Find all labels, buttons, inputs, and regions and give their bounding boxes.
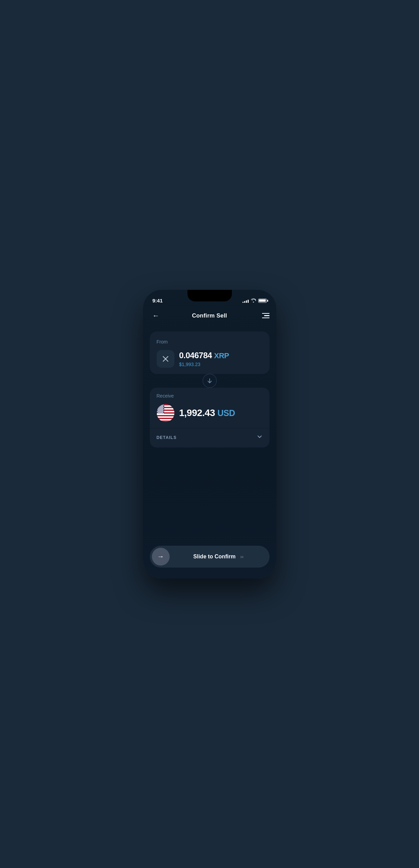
phone-frame: 9:41	[143, 290, 276, 579]
svg-line-6	[165, 359, 166, 359]
slide-label-wrap: Slide to Confirm › ›	[170, 554, 267, 560]
receive-asset-info: 1,992.43 USD	[179, 407, 235, 418]
svg-point-33	[158, 406, 159, 407]
swap-arrow-divider	[150, 374, 270, 388]
svg-point-39	[160, 407, 161, 409]
xrp-icon	[157, 350, 174, 368]
svg-point-62	[161, 413, 162, 414]
status-icons	[243, 298, 267, 303]
svg-point-24	[158, 404, 159, 405]
menu-line-icon	[262, 313, 270, 314]
xrp-logo	[161, 354, 170, 364]
svg-point-40	[162, 407, 163, 409]
receive-section: Receive	[150, 388, 270, 428]
svg-point-57	[160, 412, 161, 413]
notch	[187, 290, 232, 301]
svg-rect-17	[157, 415, 174, 416]
svg-point-61	[160, 413, 161, 414]
details-toggle[interactable]: DETAILS	[150, 428, 270, 448]
nav-header: ← Confirm Sell	[143, 307, 276, 325]
svg-point-38	[159, 407, 160, 409]
from-usd-value: $1,993.23	[179, 362, 229, 367]
svg-point-44	[161, 409, 162, 410]
receive-label: Receive	[157, 393, 263, 399]
svg-point-36	[162, 406, 163, 407]
screen: 9:41	[143, 290, 276, 579]
arrow-down-icon	[207, 378, 212, 384]
receive-card: Receive	[150, 388, 270, 448]
svg-point-53	[161, 411, 162, 412]
svg-point-27	[162, 404, 163, 405]
svg-point-30	[160, 405, 161, 406]
battery-icon	[258, 299, 267, 303]
arrow-circle	[202, 374, 217, 388]
svg-point-52	[160, 411, 161, 412]
svg-point-31	[162, 405, 163, 406]
svg-point-50	[157, 411, 158, 412]
main-content: From	[143, 325, 276, 540]
from-label: From	[157, 339, 263, 345]
svg-point-43	[160, 409, 161, 410]
svg-point-58	[162, 412, 163, 413]
svg-point-34	[160, 406, 161, 407]
svg-point-55	[158, 412, 159, 413]
svg-point-26	[161, 404, 162, 405]
slide-to-confirm[interactable]: → Slide to Confirm › ›	[150, 546, 270, 568]
svg-point-46	[158, 410, 159, 411]
from-section: From	[150, 332, 270, 374]
svg-point-59	[157, 413, 158, 414]
from-asset-info: 0.046784 XRP $1,993.23	[179, 351, 229, 367]
status-time: 9:41	[153, 298, 163, 303]
svg-point-32	[157, 406, 158, 407]
svg-rect-9	[157, 404, 174, 405]
page-title: Confirm Sell	[192, 312, 227, 319]
usd-flag-icon	[157, 404, 174, 422]
svg-point-45	[162, 409, 163, 410]
svg-point-23	[157, 404, 158, 405]
svg-point-25	[160, 404, 161, 405]
svg-point-49	[162, 410, 163, 411]
svg-point-51	[158, 411, 159, 412]
receive-asset-row: 1,992.43 USD	[157, 404, 263, 422]
svg-point-35	[161, 406, 162, 407]
spacer	[150, 448, 270, 540]
svg-point-42	[158, 409, 159, 410]
svg-point-37	[158, 407, 159, 409]
back-arrow-icon: ←	[153, 312, 159, 320]
svg-rect-19	[157, 418, 174, 419]
svg-point-47	[159, 410, 160, 411]
from-amount: 0.046784 XRP	[179, 351, 229, 360]
svg-rect-16	[157, 414, 174, 415]
svg-point-48	[160, 410, 161, 411]
svg-rect-21	[157, 420, 174, 422]
menu-line-icon	[262, 318, 270, 319]
back-button[interactable]: ←	[150, 310, 162, 322]
menu-line-icon	[264, 315, 270, 316]
svg-point-60	[158, 413, 159, 414]
svg-point-29	[159, 405, 160, 406]
slide-container: → Slide to Confirm › ›	[143, 540, 276, 579]
svg-point-41	[157, 409, 158, 410]
svg-point-28	[158, 405, 159, 406]
chevron-down-icon	[257, 434, 263, 441]
slide-chevrons-icon: › ›	[240, 554, 244, 559]
receive-amount: 1,992.43 USD	[179, 407, 235, 418]
svg-rect-18	[157, 416, 174, 418]
svg-point-54	[162, 411, 163, 412]
trade-card: From	[150, 332, 270, 374]
menu-button[interactable]	[257, 310, 270, 322]
from-asset-row: 0.046784 XRP $1,993.23	[157, 350, 263, 368]
slide-thumb: →	[152, 548, 170, 566]
slide-arrow-icon: →	[157, 553, 164, 560]
svg-rect-10	[157, 405, 174, 407]
slide-label: Slide to Confirm	[193, 554, 236, 560]
details-label: DETAILS	[157, 435, 177, 440]
svg-point-56	[159, 412, 160, 413]
svg-point-63	[162, 413, 163, 414]
wifi-icon	[251, 298, 256, 303]
svg-rect-20	[157, 419, 174, 420]
signal-icon	[243, 299, 249, 303]
